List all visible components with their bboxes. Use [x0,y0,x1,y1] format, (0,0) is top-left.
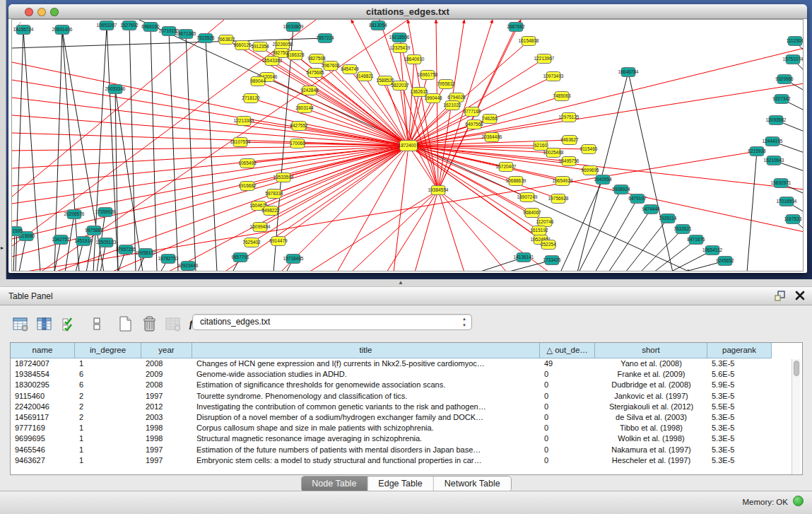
graph-node[interactable]: 12213967 [534,54,555,64]
table-row[interactable]: 977716911998Corpus callosum shape and si… [11,423,802,433]
control-panel-collapsed-strip[interactable]: ▸ [0,0,6,279]
graph-node[interactable]: 8215938 [748,147,766,156]
graph-node[interactable]: 9146821 [355,72,374,81]
graph-node[interactable]: 10958107 [136,249,156,258]
network-window-titlebar[interactable]: citations_edges.txt [8,4,807,19]
graph-node[interactable]: 9827508 [307,54,326,64]
column-header-title[interactable]: title [192,343,540,358]
column-header-short[interactable]: short [595,343,707,358]
column-visibility-icon[interactable] [34,314,55,334]
graph-node[interactable]: 19218506 [389,33,410,42]
graph-node[interactable]: 9115460 [580,145,598,154]
graph-node[interactable]: 12213383 [234,117,254,126]
graph-node[interactable]: 12505123 [96,238,117,247]
tab-node-table[interactable]: Node Table [301,477,367,491]
graph-node[interactable]: 5822037 [391,81,409,90]
column-header-name[interactable]: name [11,343,75,358]
splitter-handle-icon[interactable]: ▲ [398,279,404,286]
column-header-year[interactable]: year [141,343,192,358]
graph-node[interactable]: 9245652 [716,257,734,266]
graph-node[interactable]: 7955812 [437,80,455,89]
graph-node[interactable]: 5475685 [306,69,324,78]
graph-node[interactable]: 16782753 [158,255,179,264]
graph-node[interactable]: 62160 [534,141,548,151]
graph-node[interactable]: 16210643 [764,156,784,165]
graph-node[interactable]: 2967608 [322,62,340,71]
table-row[interactable]: 1872400712008Changes of HCN gene express… [11,358,802,369]
table-settings-icon[interactable] [10,314,31,334]
graph-node[interactable]: 16033809 [283,23,304,32]
graph-node[interactable]: 7632621 [673,225,692,234]
graph-node[interactable]: 16543382 [262,57,283,66]
graph-node[interactable]: 9699695 [581,166,599,175]
graph-node[interactable]: 9227342 [772,95,791,104]
network-canvas[interactable]: 1872400719384554766382296601265912354232… [11,19,804,271]
graph-node[interactable]: 6914479 [269,237,288,246]
column-header-out_de[interactable]: △ out_de… [540,343,595,358]
graph-node[interactable]: 1916682 [238,182,257,191]
graph-node[interactable]: 1112304 [787,37,804,46]
graph-node[interactable]: 7485063 [553,92,571,101]
graph-node[interactable]: 18640910 [404,55,425,64]
graph-node[interactable]: 1451914 [74,237,93,246]
table-row[interactable]: 1830029562008Estimation of significance … [11,380,802,390]
graph-node[interactable]: 7663822 [217,35,235,45]
graph-node[interactable]: 9975887 [85,226,103,235]
tab-network-table[interactable]: Network Table [434,477,511,491]
graph-node[interactable]: 252254 [541,240,556,250]
graph-node[interactable]: 10654112 [702,246,723,255]
graph-node[interactable]: 12444195 [763,137,783,146]
memory-status-icon[interactable] [793,496,804,506]
graph-node[interactable]: 10653267 [97,21,117,30]
graph-node[interactable]: 23226058 [273,40,293,49]
table-row[interactable]: 946554611997Estimation of the future num… [11,445,802,455]
graph-node[interactable]: 19756928 [548,194,569,204]
graph-node[interactable]: 1527602 [120,21,139,30]
graph-node[interactable]: 6479197 [628,194,647,204]
graph-node[interactable]: 9329966 [775,75,794,84]
graph-node[interactable]: 15718485 [283,255,304,264]
graph-node[interactable]: 2935114 [659,214,677,223]
network-window[interactable]: citations_edges.txt 18724007193845547663… [8,4,807,273]
graph-node[interactable]: 9777169 [463,107,481,117]
close-panel-icon[interactable] [795,291,805,300]
graph-node[interactable]: 1990448 [424,94,442,103]
graph-node[interactable]: 9660126 [233,41,252,50]
graph-node[interactable]: 8813054 [369,21,387,30]
graph-node[interactable]: 7857224 [316,34,334,43]
graph-node[interactable]: 8427552 [290,122,308,131]
graph-node[interactable]: 10973493 [543,72,564,81]
table-row[interactable]: 1456911722003Disruption of a novel membe… [11,412,802,423]
new-table-icon[interactable] [114,314,136,334]
graph-node[interactable]: 12975125 [559,113,579,122]
resize-grip-icon[interactable] [12,20,22,30]
table-row[interactable]: 969969511998Structural magnetic resonanc… [11,433,802,444]
float-panel-icon[interactable] [775,290,787,301]
graph-node[interactable]: 6966160 [141,23,160,32]
graph-node[interactable]: 9684067 [523,209,541,218]
table-row[interactable]: 2242004622012Investigating the contribut… [11,402,802,412]
graph-node[interactable]: 20691406 [52,25,73,35]
graph-node[interactable]: 1733426 [543,256,561,265]
graph-node[interactable]: 8454749 [341,65,359,74]
graph-node[interactable]: 1615192 [530,226,548,235]
graph-node[interactable]: 9474444 [642,205,660,214]
delete-trash-icon[interactable] [139,314,160,334]
expand-panel-arrow-icon[interactable]: ▸ [1,245,4,251]
graph-node[interactable]: 5912354 [251,42,269,52]
graph-node[interactable]: 16154808 [519,37,539,46]
graph-node[interactable]: 9857791 [231,253,249,262]
graph-node[interactable]: 989044 [250,77,266,86]
graph-node[interactable]: 746266 [482,115,498,124]
column-header-in_degree[interactable]: in_degree [75,343,141,358]
table-row[interactable]: 911546021997Tourette syndrome. Phenomeno… [11,391,802,402]
graph-node[interactable]: 8471676 [687,235,705,245]
graph-node[interactable]: 1342757 [52,235,70,245]
graph-node[interactable]: 170066 [290,139,305,148]
graph-node[interactable]: 9242848 [300,86,319,95]
graph-node[interactable]: 20364486 [482,133,502,142]
graph-node[interactable]: 2718120 [242,94,260,103]
vertical-scrollbar[interactable] [792,359,801,474]
graph-node[interactable]: 1640954 [594,175,612,185]
graph-node[interactable]: 1120746 [536,218,554,227]
